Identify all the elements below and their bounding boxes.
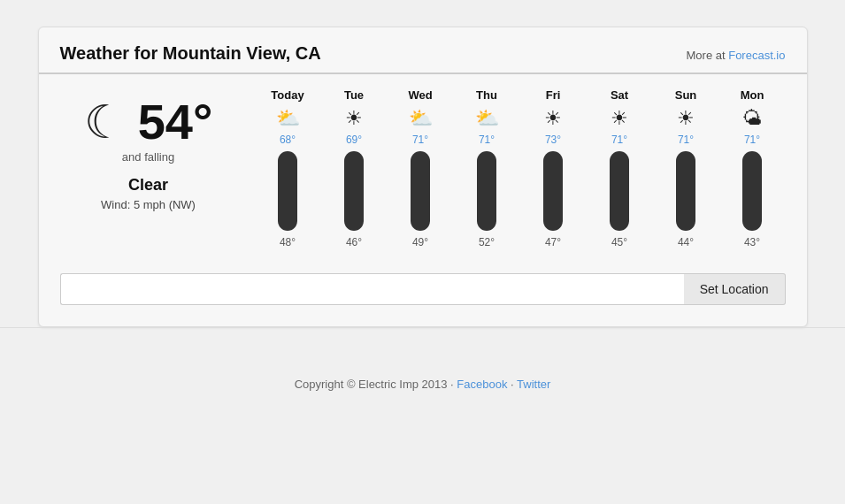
- day-label: Tue: [344, 88, 364, 102]
- day-col-wed: Wed⛅71°49°: [390, 88, 450, 248]
- current-trend: and falling: [122, 150, 174, 164]
- day-low: 44°: [678, 236, 694, 248]
- location-input[interactable]: [60, 273, 684, 305]
- day-high: 71°: [678, 134, 694, 146]
- temp-bar: [278, 151, 297, 231]
- temp-bar: [344, 151, 364, 231]
- day-low: 45°: [611, 236, 627, 248]
- sunny-icon: ☀: [611, 107, 628, 130]
- footer-separator: ·: [507, 378, 517, 391]
- day-col-tue: Tue☀69°46°: [324, 88, 384, 248]
- day-high: 71°: [744, 134, 760, 146]
- forecast-section: Today⛅68°48°Tue☀69°46°Wed⛅71°49°Thu⛅71°5…: [237, 88, 786, 248]
- day-col-sun: Sun☀71°44°: [656, 88, 716, 248]
- day-label: Mon: [741, 88, 764, 102]
- day-low: 43°: [744, 236, 760, 248]
- day-label: Wed: [408, 88, 432, 102]
- day-high: 68°: [280, 134, 296, 146]
- day-col-sat: Sat☀71°45°: [589, 88, 649, 248]
- day-high: 69°: [346, 134, 362, 146]
- weather-card: Weather for Mountain View, CA More at Fo…: [38, 27, 808, 327]
- location-row: Set Location: [39, 248, 807, 305]
- day-low: 49°: [412, 236, 428, 248]
- day-label: Fri: [546, 88, 561, 102]
- cloudy-icon: 🌤: [742, 107, 762, 130]
- sunny-icon: ☀: [345, 107, 363, 130]
- day-low: 46°: [346, 236, 362, 248]
- temp-bar: [676, 151, 695, 231]
- day-high: 71°: [479, 134, 495, 146]
- forecast-link[interactable]: Forecast.io: [728, 49, 785, 62]
- partly_cloudy-icon: ⛅: [276, 107, 300, 130]
- moon-icon: ☾: [84, 99, 126, 145]
- day-high: 71°: [412, 134, 428, 146]
- sunny-icon: ☀: [677, 107, 695, 130]
- copyright-text: Copyright © Electric Imp 2013 ·: [295, 378, 457, 391]
- forecast-link-container: More at Forecast.io: [687, 49, 786, 62]
- day-high: 71°: [611, 134, 627, 146]
- day-label: Thu: [476, 88, 497, 102]
- day-label: Today: [271, 88, 303, 102]
- day-label: Sat: [611, 88, 628, 102]
- day-low: 52°: [479, 236, 495, 248]
- weather-body: ☾ 54° and falling Clear Wind: 5 mph (NW)…: [39, 88, 807, 248]
- day-col-thu: Thu⛅71°52°: [457, 88, 517, 248]
- partly_cloudy-icon: ⛅: [475, 107, 499, 130]
- current-condition: Clear: [128, 176, 168, 195]
- temp-bar: [742, 151, 762, 231]
- day-col-mon: Mon🌤71°43°: [722, 88, 782, 248]
- temp-bar: [411, 151, 430, 231]
- facebook-link[interactable]: Facebook: [457, 378, 507, 391]
- card-title: Weather for Mountain View, CA: [60, 43, 321, 64]
- card-header: Weather for Mountain View, CA More at Fo…: [39, 27, 807, 74]
- day-label: Sun: [675, 88, 697, 102]
- day-low: 47°: [545, 236, 561, 248]
- more-text: More at: [687, 49, 729, 62]
- temp-bar: [543, 151, 563, 231]
- day-high: 73°: [545, 134, 561, 146]
- day-col-fri: Fri☀73°47°: [523, 88, 583, 248]
- day-low: 48°: [280, 236, 296, 248]
- current-top: ☾ 54°: [84, 97, 213, 147]
- temp-bar: [610, 151, 629, 231]
- footer-divider: [0, 327, 845, 328]
- twitter-link[interactable]: Twitter: [517, 378, 550, 391]
- set-location-button[interactable]: Set Location: [684, 273, 786, 305]
- temp-bar: [477, 151, 496, 231]
- current-wind: Wind: 5 mph (NW): [101, 198, 196, 211]
- partly_cloudy-icon: ⛅: [409, 107, 433, 130]
- sunny-icon: ☀: [544, 107, 562, 130]
- current-conditions: ☾ 54° and falling Clear Wind: 5 mph (NW): [60, 88, 237, 211]
- current-temperature: 54°: [138, 97, 213, 147]
- footer: Copyright © Electric Imp 2013 · Facebook…: [295, 378, 551, 391]
- day-col-today: Today⛅68°48°: [257, 88, 318, 248]
